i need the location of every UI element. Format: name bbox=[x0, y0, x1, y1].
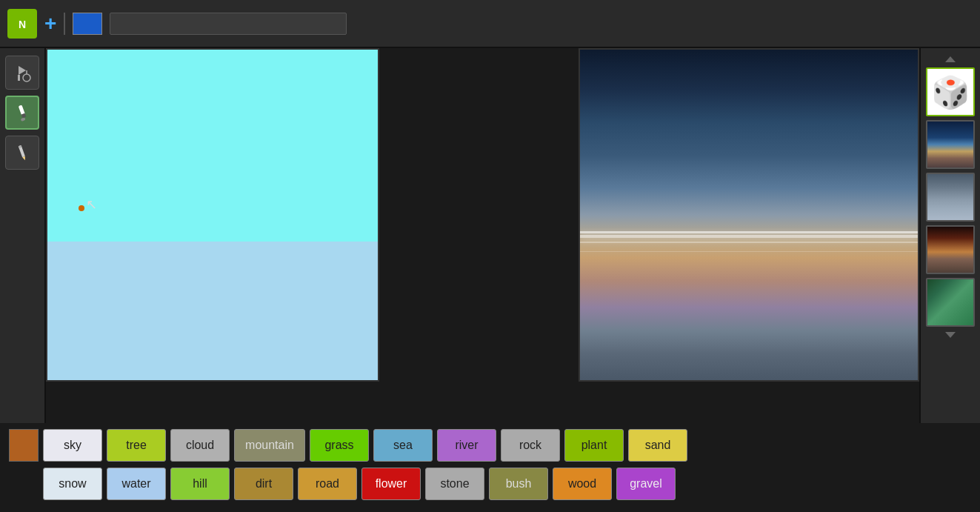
label-btn-river[interactable]: river bbox=[437, 429, 496, 462]
horizon-line bbox=[580, 235, 918, 238]
label-btn-water[interactable]: water bbox=[107, 468, 166, 500]
canvas-container[interactable]: ↖ bbox=[46, 48, 576, 423]
water-reflection bbox=[580, 242, 918, 243]
label-btn-grass[interactable]: grass bbox=[310, 429, 369, 462]
label-btn-sand[interactable]: sand bbox=[628, 429, 687, 462]
thumbnail-dice[interactable]: 🎲 bbox=[926, 67, 975, 116]
thumbnail-sunset2[interactable] bbox=[926, 225, 975, 274]
brush-icon bbox=[13, 103, 32, 122]
search-input[interactable] bbox=[110, 13, 347, 35]
right-panel: 🎲 bbox=[919, 48, 980, 423]
labels-row1: sky tree cloud mountain grass sea river … bbox=[9, 429, 971, 462]
label-btn-flower[interactable]: flower bbox=[361, 468, 421, 500]
main-area: ↖ 🎲 bbox=[0, 48, 980, 423]
add-button[interactable]: + bbox=[44, 13, 56, 34]
label-btn-dirt[interactable]: dirt bbox=[234, 468, 293, 500]
pencil-icon bbox=[13, 143, 32, 162]
label-btn-rock[interactable]: rock bbox=[501, 429, 560, 462]
svg-rect-3 bbox=[18, 75, 20, 81]
svg-point-4 bbox=[23, 74, 30, 82]
svg-point-8 bbox=[21, 117, 26, 122]
thumbnail-wave[interactable] bbox=[926, 278, 975, 327]
thumbnail-clouds[interactable] bbox=[926, 173, 975, 222]
label-btn-snow[interactable]: snow bbox=[43, 468, 102, 500]
label-btn-wood[interactable]: wood bbox=[553, 468, 612, 500]
canvas-water-layer bbox=[47, 242, 378, 380]
label-btn-stone[interactable]: stone bbox=[425, 468, 484, 500]
labels-row2: snow water hill dirt road flower stone b… bbox=[9, 468, 971, 500]
top-bar: N + bbox=[0, 0, 980, 48]
label-btn-road[interactable]: road bbox=[298, 468, 357, 500]
scroll-up-indicator bbox=[945, 52, 956, 62]
label-btn-cloud[interactable]: cloud bbox=[170, 429, 230, 462]
brush-tool-button[interactable] bbox=[5, 96, 39, 130]
label-btn-bush[interactable]: bush bbox=[489, 468, 548, 500]
pencil-tool-button[interactable] bbox=[5, 136, 39, 170]
thumbnail-sunset[interactable] bbox=[926, 120, 975, 169]
drawing-canvas[interactable]: ↖ bbox=[46, 48, 379, 382]
label-btn-plant[interactable]: plant bbox=[564, 429, 624, 462]
color-swatch[interactable] bbox=[73, 13, 102, 35]
label-btn-tree[interactable]: tree bbox=[107, 429, 166, 462]
water-reflection2 bbox=[580, 251, 918, 252]
left-toolbar bbox=[0, 48, 46, 423]
generated-preview bbox=[580, 50, 918, 380]
label-btn-hill[interactable]: hill bbox=[170, 468, 230, 500]
svg-text:N: N bbox=[19, 19, 26, 30]
dice-icon: 🎲 bbox=[931, 74, 970, 110]
scroll-down-indicator bbox=[945, 332, 956, 342]
fill-icon bbox=[13, 63, 32, 82]
label-btn-sky[interactable]: sky bbox=[43, 429, 102, 462]
nvidia-logo: N bbox=[7, 9, 37, 39]
label-btn-gravel[interactable]: gravel bbox=[616, 468, 676, 500]
cursor-arrow: ↖ bbox=[86, 196, 97, 213]
bottom-panel: sky tree cloud mountain grass sea river … bbox=[0, 423, 980, 512]
label-btn-sea[interactable]: sea bbox=[373, 429, 433, 462]
svg-marker-2 bbox=[19, 66, 26, 75]
fill-tool-button[interactable] bbox=[5, 56, 39, 90]
label-btn-mountain[interactable]: mountain bbox=[234, 429, 305, 462]
active-color-swatch[interactable] bbox=[9, 429, 39, 462]
preview-area bbox=[579, 48, 919, 382]
